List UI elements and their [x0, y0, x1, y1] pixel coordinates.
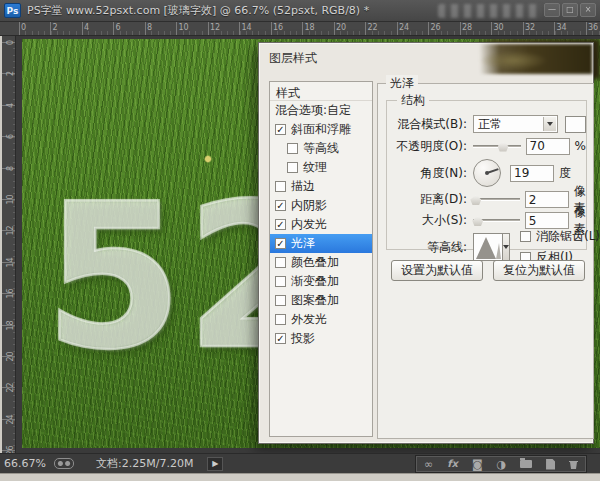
angle-input[interactable] [510, 165, 554, 182]
blend-mode-value: 正常 [478, 116, 502, 133]
pattern-overlay-checkbox[interactable] [275, 295, 286, 306]
ruler-number: 0 [6, 35, 15, 51]
satin-checkbox[interactable]: ✓ [275, 238, 286, 249]
ruler-number: 4 [84, 23, 89, 32]
ruler-number: 14 [242, 23, 252, 32]
ruler-number: 32 [525, 23, 535, 32]
outer-glow-checkbox[interactable] [275, 314, 286, 325]
contour-picker[interactable] [473, 233, 503, 261]
ruler-number: 6 [116, 23, 121, 32]
ruler-number: 6 [6, 129, 15, 145]
size-slider[interactable] [473, 214, 520, 227]
style-item-label: 投影 [291, 330, 315, 347]
chevron-down-icon [543, 117, 556, 131]
style-item-label: 光泽 [291, 235, 315, 252]
size-input[interactable] [525, 212, 569, 229]
link-layers-icon[interactable]: ∞ [424, 459, 433, 470]
style-item-label: 渐变叠加 [291, 273, 339, 290]
style-item-label: 混合选项:自定 [275, 102, 351, 119]
inner-glow-checkbox[interactable]: ✓ [275, 219, 286, 230]
new-layer-icon[interactable] [546, 459, 555, 470]
document-size-info[interactable]: 文档:2.25M/7.20M [96, 456, 193, 471]
structure-group-title: 结构 [397, 92, 429, 109]
style-item-pattern-overlay[interactable]: 图案叠加 [270, 291, 372, 310]
style-item-inner-glow[interactable]: ✓内发光 [270, 215, 372, 234]
style-item-blending-options[interactable]: 混合选项:自定 [270, 101, 372, 120]
style-item-label: 图案叠加 [291, 292, 339, 309]
style-item-contour[interactable]: 等高线 [270, 139, 372, 158]
inner-shadow-checkbox[interactable]: ✓ [275, 200, 286, 211]
distance-label: 距离(D): [387, 191, 473, 208]
layer-style-icon[interactable]: fx [447, 459, 458, 469]
ruler-number: 12 [6, 223, 15, 239]
drop-shadow-checkbox[interactable]: ✓ [275, 333, 286, 344]
style-item-color-overlay[interactable]: 颜色叠加 [270, 253, 372, 272]
ruler-number: 16 [273, 23, 283, 32]
blend-mode-label: 混合模式(B): [387, 116, 473, 133]
antialias-checkbox[interactable] [520, 231, 531, 242]
antialias-checkbox-row[interactable]: 消除锯齿(L) [520, 228, 600, 245]
ruler-number: 18 [305, 23, 315, 32]
distance-slider[interactable] [473, 193, 520, 206]
style-item-outer-glow[interactable]: 外发光 [270, 310, 372, 329]
distance-input[interactable] [525, 191, 569, 208]
ruler-number: 18 [6, 317, 15, 333]
ruler-number: 34 [557, 23, 567, 32]
close-button[interactable]: × [580, 3, 596, 17]
restore-button[interactable]: □ [562, 3, 578, 17]
ruler-number: 2 [53, 23, 58, 32]
style-item-label: 斜面和浮雕 [291, 121, 351, 138]
color-overlay-checkbox[interactable] [275, 257, 286, 268]
style-item-bevel-emboss[interactable]: ✓斜面和浮雕 [270, 120, 372, 139]
satin-color-swatch[interactable] [565, 116, 586, 133]
opacity-slider[interactable] [473, 140, 521, 153]
style-item-drop-shadow[interactable]: ✓投影 [270, 329, 372, 348]
ruler-number: 8 [147, 23, 152, 32]
style-item-stroke[interactable]: 描边 [270, 177, 372, 196]
ruler-vertical[interactable]: 02468101214161820222426 [0, 36, 16, 453]
ruler-number: 22 [368, 23, 378, 32]
new-group-icon[interactable] [520, 460, 532, 468]
layer-mask-icon[interactable]: ◙ [472, 459, 483, 470]
ruler-number: 16 [6, 286, 15, 302]
styles-list: 混合选项:自定✓斜面和浮雕等高线纹理描边✓内阴影✓内发光✓光泽颜色叠加渐变叠加图… [270, 101, 372, 348]
photo-remnant-artifact [480, 44, 592, 74]
reset-default-button[interactable]: 复位为默认值 [493, 260, 585, 281]
minimize-button[interactable]: — [544, 3, 560, 17]
opacity-slider-thumb[interactable] [498, 142, 509, 152]
style-item-satin[interactable]: ✓光泽 [270, 234, 372, 253]
stroke-checkbox[interactable] [275, 181, 286, 192]
delete-layer-icon[interactable] [569, 459, 578, 469]
size-slider-thumb[interactable] [472, 216, 483, 226]
structure-group: 结构 混合模式(B): 正常 不透明度(O): [386, 100, 587, 250]
opacity-input[interactable] [526, 138, 570, 155]
style-item-inner-shadow[interactable]: ✓内阴影 [270, 196, 372, 215]
gradient-overlay-checkbox[interactable] [275, 276, 286, 287]
adjustment-layer-icon[interactable]: ◑ [497, 459, 507, 470]
window-controls: —□× [544, 3, 596, 17]
set-default-button[interactable]: 设置为默认值 [391, 260, 483, 281]
satin-settings-panel: 光泽 结构 混合模式(B): 正常 不透明度(O): [377, 83, 594, 439]
bevel-emboss-checkbox[interactable]: ✓ [275, 124, 286, 135]
ruler-number: 10 [179, 23, 189, 32]
style-item-label: 外发光 [291, 311, 327, 328]
opacity-unit: % [575, 139, 586, 153]
blend-mode-dropdown[interactable]: 正常 [473, 115, 558, 133]
contour-checkbox[interactable] [287, 143, 298, 154]
style-item-gradient-overlay[interactable]: 渐变叠加 [270, 272, 372, 291]
ruler-number: 36 [588, 23, 598, 32]
ruler-number: 24 [6, 411, 15, 427]
zoom-level-field[interactable]: 66.67% [4, 457, 54, 470]
ruler-horizontal[interactable]: 024681012141618202224262830323436 [0, 22, 600, 36]
styles-header: 样式 [270, 82, 372, 101]
status-mode-icon [54, 458, 74, 469]
angle-label: 角度(N): [387, 165, 473, 182]
size-label: 大小(S): [387, 212, 473, 229]
ruler-number: 22 [6, 380, 15, 396]
contour-dropdown-arrow[interactable] [503, 233, 510, 261]
style-item-texture[interactable]: 纹理 [270, 158, 372, 177]
style-item-label: 纹理 [303, 159, 327, 176]
angle-dial[interactable] [473, 159, 501, 187]
texture-checkbox[interactable] [287, 162, 298, 173]
status-menu-button[interactable]: ▶ [207, 457, 223, 471]
